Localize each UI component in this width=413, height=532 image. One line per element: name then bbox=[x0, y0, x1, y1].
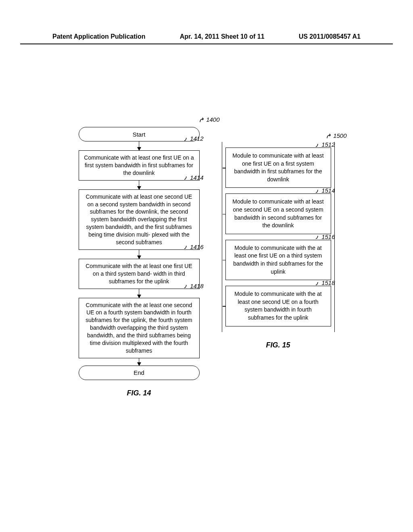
flowchart-main-ref: 1400 bbox=[206, 116, 219, 123]
fig15-caption: FIG. 15 bbox=[222, 341, 335, 349]
arrow-icon bbox=[79, 358, 200, 366]
module-frame: 1512 Module to communicate with at least… bbox=[222, 142, 335, 332]
step-text: Communicate with at least one first UE o… bbox=[84, 154, 194, 176]
module-box-2: Module to communicate with at least one … bbox=[225, 193, 331, 234]
module-text: Module to communicate with the at least … bbox=[233, 245, 323, 275]
hook-icon bbox=[184, 244, 189, 249]
diagram-content: 1400 Start 1412 Communicate with at leas… bbox=[0, 113, 413, 397]
hook-icon bbox=[315, 142, 321, 148]
step-ref: 1418 bbox=[190, 283, 203, 289]
modules-main-ref: 1500 bbox=[333, 132, 346, 139]
hook-icon bbox=[315, 188, 321, 193]
module-ref: 1518 bbox=[321, 279, 335, 286]
module-box-3: Module to communicate with the at least … bbox=[225, 240, 331, 280]
header-right: US 2011/0085457 A1 bbox=[299, 33, 361, 40]
step-ref: 1414 bbox=[190, 174, 203, 181]
hook-icon bbox=[184, 136, 189, 141]
end-terminal: End bbox=[79, 366, 200, 380]
page-header: Patent Application Publication Apr. 14, … bbox=[0, 33, 413, 40]
arrow-icon bbox=[79, 141, 200, 150]
header-left: Patent Application Publication bbox=[52, 33, 146, 40]
end-label: End bbox=[133, 369, 144, 376]
process-step-1: Communicate with at least one first UE o… bbox=[79, 150, 200, 181]
process-step-2: Communicate with at least one second UE … bbox=[79, 189, 200, 250]
module-box-4: Module to communicate with the at least … bbox=[225, 286, 331, 326]
module-ref: 1512 bbox=[321, 141, 335, 148]
module-text: Module to communicate with the at least … bbox=[234, 291, 321, 321]
arrow-icon bbox=[79, 289, 200, 298]
step-ref: 1412 bbox=[190, 135, 203, 142]
arrow-icon bbox=[79, 181, 200, 189]
arrow-icon bbox=[79, 250, 200, 259]
hook-icon bbox=[315, 234, 321, 239]
header-center: Apr. 14, 2011 Sheet 10 of 11 bbox=[180, 33, 265, 40]
step-ref: 1416 bbox=[190, 243, 203, 250]
module-text: Module to communicate with at least one … bbox=[232, 198, 323, 229]
module-ref: 1514 bbox=[321, 187, 335, 194]
process-step-3: Communicate with the at least one first … bbox=[79, 259, 200, 289]
flowchart-fig14: 1400 Start 1412 Communicate with at leas… bbox=[79, 113, 200, 397]
module-ref: 1516 bbox=[321, 233, 335, 240]
hook-icon bbox=[327, 133, 332, 139]
hook-icon bbox=[200, 117, 205, 123]
fig14-caption: FIG. 14 bbox=[79, 389, 200, 397]
modules-fig15: 1500 1512 Module to communicate with at … bbox=[222, 142, 335, 397]
module-text: Module to communicate with at least one … bbox=[232, 152, 323, 183]
hook-icon bbox=[315, 280, 321, 286]
start-terminal: Start bbox=[79, 127, 200, 141]
hook-icon bbox=[184, 283, 189, 289]
step-text: Communicate with at least one second UE … bbox=[86, 193, 192, 245]
step-text: Communicate with the at least one first … bbox=[86, 263, 192, 285]
module-box-1: Module to communicate with at least one … bbox=[225, 148, 331, 188]
hook-icon bbox=[184, 175, 189, 180]
step-text: Communicate with the at least one second… bbox=[86, 302, 192, 354]
start-label: Start bbox=[133, 131, 146, 138]
header-divider bbox=[20, 44, 393, 44]
process-step-4: Communicate with the at least one second… bbox=[79, 298, 200, 358]
